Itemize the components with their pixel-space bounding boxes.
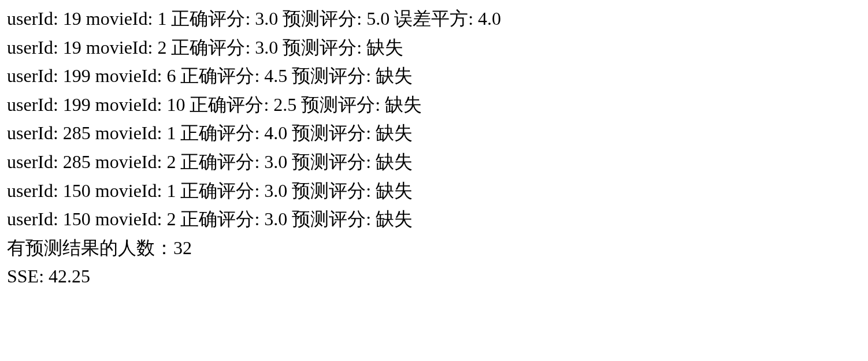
- correct-rating-label: 正确评分:: [176, 65, 264, 86]
- predicted-rating-label: 预测评分:: [287, 209, 376, 229]
- correct-rating-value: 4.5: [264, 65, 287, 86]
- movieid-value: 1: [166, 122, 176, 143]
- correct-rating-label: 正确评分:: [166, 8, 255, 29]
- userid-value: 150: [63, 180, 91, 201]
- movieid-label: movieId:: [91, 122, 167, 143]
- predicted-rating-label: 预测评分:: [287, 65, 376, 86]
- predicted-count-line: 有预测结果的人数：32: [7, 234, 861, 263]
- movieid-label: movieId:: [91, 65, 167, 86]
- movieid-label: movieId:: [81, 8, 158, 29]
- correct-rating-value: 3.0: [255, 8, 278, 29]
- sse-line: SSE: 42.25: [7, 262, 861, 291]
- correct-rating-value: 3.0: [264, 209, 287, 229]
- correct-rating-value: 3.0: [264, 151, 287, 172]
- userid-value: 150: [63, 209, 91, 229]
- movieid-value: 10: [166, 94, 185, 115]
- userid-label: userId:: [7, 180, 63, 201]
- userid-value: 19: [63, 37, 81, 58]
- movieid-label: movieId:: [91, 180, 167, 201]
- predicted-rating-label: 预测评分:: [278, 8, 366, 29]
- predicted-rating-value: 缺失: [376, 209, 413, 229]
- correct-rating-label: 正确评分:: [176, 209, 264, 229]
- movieid-value: 2: [157, 37, 166, 58]
- userid-value: 19: [63, 8, 81, 29]
- userid-label: userId:: [7, 151, 63, 172]
- predicted-rating-value: 缺失: [376, 122, 413, 143]
- userid-label: userId:: [7, 65, 63, 86]
- predicted-rating-value: 缺失: [366, 37, 403, 58]
- userid-value: 285: [63, 151, 91, 172]
- userid-label: userId:: [7, 8, 63, 29]
- userid-value: 285: [63, 122, 91, 143]
- correct-rating-label: 正确评分:: [176, 122, 264, 143]
- correct-rating-value: 3.0: [255, 37, 278, 58]
- result-row: userId: 285 movieId: 2 正确评分: 3.0 预测评分: 缺…: [7, 148, 861, 177]
- squared-error-value: 4.0: [478, 8, 501, 29]
- predicted-rating-value: 缺失: [385, 94, 422, 115]
- movieid-value: 2: [166, 209, 176, 229]
- movieid-value: 6: [166, 65, 176, 86]
- predicted-count-label: 有预测结果的人数：: [7, 237, 173, 258]
- predicted-rating-label: 预测评分:: [287, 122, 376, 143]
- result-row: userId: 19 movieId: 1 正确评分: 3.0 预测评分: 5.…: [7, 5, 861, 34]
- result-row: userId: 285 movieId: 1 正确评分: 4.0 预测评分: 缺…: [7, 119, 861, 148]
- predicted-count-value: 32: [173, 237, 192, 258]
- predicted-rating-value: 缺失: [376, 180, 413, 201]
- predicted-rating-label: 预测评分:: [296, 94, 385, 115]
- sse-label: SSE:: [7, 266, 49, 286]
- userid-label: userId:: [7, 94, 63, 115]
- correct-rating-label: 正确评分:: [176, 151, 264, 172]
- result-row: userId: 150 movieId: 2 正确评分: 3.0 预测评分: 缺…: [7, 205, 861, 234]
- movieid-label: movieId:: [91, 151, 167, 172]
- correct-rating-label: 正确评分:: [166, 37, 255, 58]
- correct-rating-value: 4.0: [264, 122, 287, 143]
- predicted-rating-value: 5.0: [366, 8, 390, 29]
- predicted-rating-label: 预测评分:: [287, 151, 376, 172]
- predicted-rating-value: 缺失: [376, 65, 413, 86]
- userid-label: userId:: [7, 37, 63, 58]
- result-row: userId: 150 movieId: 1 正确评分: 3.0 预测评分: 缺…: [7, 177, 861, 206]
- correct-rating-value: 2.5: [273, 94, 296, 115]
- movieid-label: movieId:: [91, 94, 167, 115]
- correct-rating-label: 正确评分:: [185, 94, 273, 115]
- correct-rating-label: 正确评分:: [176, 180, 264, 201]
- userid-value: 199: [63, 94, 91, 115]
- userid-label: userId:: [7, 209, 63, 229]
- result-row: userId: 199 movieId: 10 正确评分: 2.5 预测评分: …: [7, 91, 861, 120]
- squared-error-label: 误差平方:: [390, 8, 478, 29]
- sse-value: 42.25: [49, 266, 90, 286]
- movieid-value: 1: [166, 180, 176, 201]
- result-row: userId: 19 movieId: 2 正确评分: 3.0 预测评分: 缺失: [7, 34, 861, 62]
- movieid-value: 1: [157, 8, 166, 29]
- movieid-label: movieId:: [91, 209, 167, 229]
- result-row: userId: 199 movieId: 6 正确评分: 4.5 预测评分: 缺…: [7, 62, 861, 91]
- predicted-rating-label: 预测评分:: [287, 180, 376, 201]
- movieid-value: 2: [166, 151, 176, 172]
- userid-value: 199: [63, 65, 91, 86]
- correct-rating-value: 3.0: [264, 180, 287, 201]
- movieid-label: movieId:: [81, 37, 158, 58]
- userid-label: userId:: [7, 122, 63, 143]
- predicted-rating-label: 预测评分:: [278, 37, 366, 58]
- predicted-rating-value: 缺失: [376, 151, 413, 172]
